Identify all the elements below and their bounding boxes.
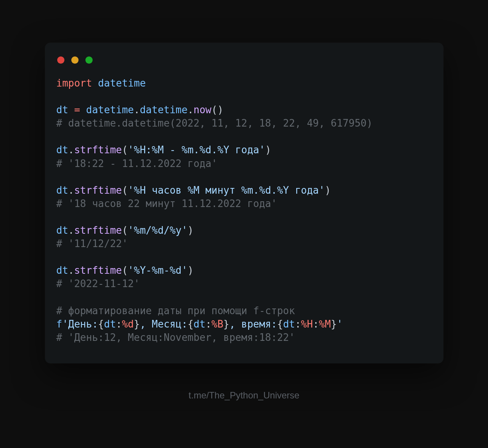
code-token: . <box>188 104 194 116</box>
code-token: . <box>68 265 74 276</box>
code-token: strftime <box>74 225 122 236</box>
code-comment: # '18 часов 22 минут 11.12.2022 года' <box>56 198 277 209</box>
code-token: ) <box>188 225 194 236</box>
code-token: ( <box>122 225 128 236</box>
code-line: # '2022-11-12' <box>56 277 432 291</box>
code-line: dt.strftime('%H:%M - %m.%d.%Y года') <box>56 143 432 157</box>
code-token: dt <box>56 225 68 236</box>
code-token: dt <box>104 318 116 330</box>
code-token: %H <box>301 318 313 330</box>
minimize-icon[interactable] <box>71 56 79 64</box>
code-token: ) <box>265 144 271 156</box>
code-token: dt <box>56 185 68 196</box>
code-token: '%H:%M - %m.%d.%Y года' <box>128 144 265 156</box>
code-comment: # datetime.datetime(2022, 11, 12, 18, 22… <box>56 117 373 129</box>
code-token: now <box>194 104 212 116</box>
code-token: , время: <box>230 318 277 330</box>
code-token: . <box>68 185 74 196</box>
code-token: . <box>134 104 140 116</box>
code-token: : <box>313 318 319 330</box>
code-token: 'День: <box>62 318 98 330</box>
code-token: strftime <box>74 144 122 156</box>
code-block: import datetimedt = datetime.datetime.no… <box>56 77 432 344</box>
window-traffic-lights <box>56 54 432 77</box>
code-line: dt.strftime('%Y-%m-%d') <box>56 264 432 277</box>
code-token: datetime <box>98 77 146 89</box>
code-token: = <box>74 104 80 116</box>
code-token: strftime <box>74 265 122 276</box>
code-comment: # '11/12/22' <box>56 238 128 249</box>
code-token: { <box>98 318 104 330</box>
code-line: dt = datetime.datetime.now() <box>56 103 432 117</box>
code-token: ( <box>122 265 128 276</box>
code-token: import <box>56 77 92 89</box>
code-token: } <box>331 318 337 330</box>
code-token: ' <box>337 318 343 330</box>
code-line <box>56 170 432 184</box>
code-line: # форматирование даты при помощи f-строк <box>56 304 432 318</box>
code-line: dt.strftime('%m/%d/%y') <box>56 224 432 237</box>
code-token: . <box>68 144 74 156</box>
code-token: %B <box>212 318 223 330</box>
code-token: ) <box>325 185 331 196</box>
code-token: strftime <box>74 185 122 196</box>
code-line <box>56 130 432 143</box>
zoom-icon[interactable] <box>85 56 93 64</box>
code-token: %M <box>319 318 331 330</box>
code-token: datetime <box>140 104 188 116</box>
code-token: } <box>134 318 140 330</box>
code-token: dt <box>56 265 68 276</box>
code-token: { <box>277 318 283 330</box>
code-token: '%H часов %M минут %m.%d.%Y года' <box>128 185 325 196</box>
code-token: . <box>68 225 74 236</box>
code-token <box>92 77 98 89</box>
code-comment: # форматирование даты при помощи f-строк <box>56 305 295 316</box>
code-token: , Месяц: <box>140 318 188 330</box>
code-line <box>56 90 432 103</box>
code-token: { <box>188 318 194 330</box>
code-token: dt <box>56 144 68 156</box>
code-token: '%Y-%m-%d' <box>128 265 188 276</box>
code-token <box>80 104 86 116</box>
code-window: import datetimedt = datetime.datetime.no… <box>45 43 443 363</box>
code-token: datetime <box>86 104 134 116</box>
code-token: : <box>295 318 301 330</box>
code-token: f <box>56 318 63 330</box>
code-token: ( <box>122 185 128 196</box>
code-token: %d <box>122 318 134 330</box>
code-token: dt <box>56 104 68 116</box>
code-line: import datetime <box>56 77 432 90</box>
code-line <box>56 291 432 304</box>
code-token: dt <box>194 318 205 330</box>
code-token: : <box>205 318 212 330</box>
code-token: ) <box>188 265 194 276</box>
code-line: # 'День:12, Месяц:November, время:18:22' <box>56 331 432 344</box>
code-comment: # '2022-11-12' <box>56 278 140 289</box>
code-token: } <box>223 318 230 330</box>
code-token: ( <box>122 144 128 156</box>
code-line <box>56 210 432 224</box>
code-line <box>56 250 432 264</box>
code-line: # '11/12/22' <box>56 237 432 250</box>
code-token: () <box>212 104 223 116</box>
close-icon[interactable] <box>57 56 64 64</box>
code-token: : <box>116 318 122 330</box>
code-line: f'День:{dt:%d}, Месяц:{dt:%B}, время:{dt… <box>56 318 432 331</box>
code-comment: # 'День:12, Месяц:November, время:18:22' <box>56 332 295 343</box>
code-token: '%m/%d/%y' <box>128 225 188 236</box>
footer-link[interactable]: t.me/The_Python_Universe <box>189 390 300 401</box>
code-line: # '18:22 - 11.12.2022 года' <box>56 157 432 170</box>
code-token: dt <box>283 318 295 330</box>
code-line: dt.strftime('%H часов %M минут %m.%d.%Y … <box>56 184 432 197</box>
code-line: # '18 часов 22 минут 11.12.2022 года' <box>56 197 432 210</box>
code-line: # datetime.datetime(2022, 11, 12, 18, 22… <box>56 117 432 130</box>
code-token <box>68 104 74 116</box>
code-comment: # '18:22 - 11.12.2022 года' <box>56 158 218 169</box>
